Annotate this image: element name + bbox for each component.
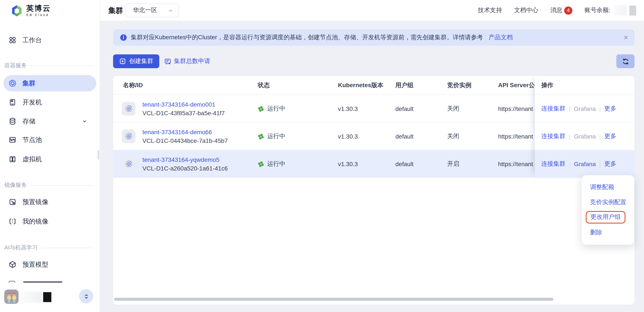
menu-item-adjust-quota[interactable]: 调整配额 bbox=[582, 180, 634, 194]
sidebar-group-container: AI与机器学习 bbox=[4, 244, 96, 252]
cluster-quota-request-link[interactable]: 集群总数申请 bbox=[164, 54, 210, 68]
region-select[interactable]: 华北一区 bbox=[126, 4, 179, 17]
sidebar-group-label: AI与机器学习 bbox=[4, 244, 38, 252]
col-header-group: 用户组 bbox=[396, 76, 414, 95]
action-separator: | bbox=[599, 105, 600, 112]
sidebar-item-cluster[interactable]: 集群 bbox=[4, 75, 96, 92]
app-window: 英博云 EB Cloud 工作台 容器服务 bbox=[0, 0, 644, 312]
fixed-action-column: 操作 连接集群 | Grafana | 更多 连接集群 | Grafana | … bbox=[535, 76, 634, 178]
menu-item-spot-config[interactable]: 竞价实例配置 bbox=[582, 194, 634, 210]
sidebar-item-label: 虚拟机 bbox=[22, 155, 42, 163]
api-server-cell: https://tenant bbox=[498, 95, 533, 122]
connect-cluster-link[interactable]: 连接集群 bbox=[541, 132, 566, 140]
sidebar-item-label: 我的镜像 bbox=[22, 217, 48, 226]
action-separator: | bbox=[569, 160, 570, 168]
sidebar-item-storage[interactable]: 存储 bbox=[4, 113, 96, 130]
cluster-hexagon-icon bbox=[122, 130, 136, 143]
balance-redacted bbox=[613, 5, 627, 16]
sidebar-item-workbench[interactable]: 工作台 bbox=[4, 32, 96, 48]
sidebar-scrollbar-thumb[interactable] bbox=[98, 150, 99, 160]
close-icon[interactable]: ✕ bbox=[624, 34, 628, 41]
more-link[interactable]: 更多 bbox=[604, 132, 616, 140]
balance-label: 账号余额: bbox=[584, 6, 610, 14]
database-icon bbox=[9, 118, 16, 125]
sidebar-item-vm[interactable]: 虚拟机 bbox=[4, 151, 96, 168]
more-link[interactable]: 更多 bbox=[604, 105, 616, 112]
cluster-id: VCL-D1C-43f85a37-ba5e-41f7 bbox=[142, 110, 225, 116]
sidebar-item-label: 预置镜像 bbox=[22, 198, 48, 206]
sidebar-item-label: 集群 bbox=[22, 79, 36, 88]
menu-item-label: 更改用户组 bbox=[590, 213, 621, 220]
chevron-down-icon[interactable] bbox=[82, 118, 88, 124]
menu-item-delete[interactable]: 删除 bbox=[582, 225, 634, 240]
banner-doc-link[interactable]: 产品文档 bbox=[488, 34, 513, 42]
cube-icon bbox=[9, 261, 16, 268]
col-header-name: 名称/ID bbox=[123, 76, 143, 95]
version-cell: v1.30.3 bbox=[338, 95, 358, 122]
main-content: 集群对应Kubernetes中的Cluster，是容器运行与资源调度的基础，创建… bbox=[100, 21, 644, 312]
topbar-right-nav: 技术支持 文档中心 消息 4 账号余额: bbox=[478, 0, 636, 21]
row-actions: 连接集群 | Grafana | 更多 bbox=[535, 95, 634, 122]
cluster-table: 名称/ID 状态 Kubernetes版本 用户组 竞价实例 API Serve… bbox=[113, 76, 634, 305]
row-actions: 连接集群 | Grafana | 更多 bbox=[535, 150, 634, 178]
row-actions: 连接集群 | Grafana | 更多 bbox=[535, 122, 634, 150]
sidebar-item-label: 节点池 bbox=[22, 136, 42, 144]
messages-label: 消息 bbox=[550, 6, 562, 14]
action-separator: | bbox=[599, 160, 600, 168]
sidebar-item-label: 工作台 bbox=[22, 36, 42, 44]
menu-item-change-user-group[interactable]: 更改用户组 bbox=[582, 210, 634, 225]
group-cell: default bbox=[396, 150, 414, 178]
spot-cell: 关闭 bbox=[447, 122, 459, 150]
balance-redaction-box bbox=[629, 6, 636, 15]
connect-cluster-link[interactable]: 连接集群 bbox=[541, 160, 566, 168]
nav-support-link[interactable]: 技术支持 bbox=[478, 6, 502, 14]
sidebar-item-preset-models[interactable]: 预置模型 bbox=[4, 256, 96, 273]
cluster-name-link[interactable]: tenant-37343164-yqwdemo5 bbox=[142, 156, 228, 163]
nav-messages-link[interactable]: 消息 4 bbox=[550, 6, 572, 14]
sidebar-item-label: 存储 bbox=[22, 117, 36, 125]
info-banner: 集群对应Kubernetes中的Cluster，是容器运行与资源调度的基础，创建… bbox=[113, 29, 634, 46]
more-link[interactable]: 更多 bbox=[604, 160, 616, 168]
running-pinwheel-icon bbox=[258, 106, 264, 112]
cluster-name-link[interactable]: tenant-37343164-demo66 bbox=[142, 128, 228, 136]
page-title: 集群 bbox=[108, 6, 123, 16]
nav-docs-link[interactable]: 文档中心 bbox=[514, 6, 538, 14]
sidebar-item-my-images[interactable]: 我的镜像 bbox=[4, 213, 96, 230]
sidebar-group-container: 镜像服务 bbox=[4, 181, 96, 189]
grafana-link[interactable]: Grafana bbox=[574, 133, 596, 140]
cluster-name-link[interactable]: tenant-37343164-demo001 bbox=[142, 101, 225, 108]
sidebar-item-preset-images[interactable]: 预置镜像 bbox=[4, 194, 96, 210]
spot-cell: 关闭 bbox=[447, 95, 459, 122]
group-divider bbox=[30, 66, 94, 66]
sidebar-item-nodepool[interactable]: 节点池 bbox=[4, 132, 96, 148]
kubernetes-wheel-icon bbox=[9, 80, 16, 87]
col-header-version: Kubernetes版本 bbox=[338, 76, 383, 95]
create-cluster-button[interactable]: 创建集群 bbox=[113, 54, 159, 68]
refresh-button[interactable] bbox=[616, 54, 634, 68]
more-actions-dropdown: 调整配额 竞价实例配置 更改用户组 删除 bbox=[582, 175, 634, 245]
grafana-link[interactable]: Grafana bbox=[574, 105, 596, 112]
region-select-value: 华北一区 bbox=[133, 6, 157, 14]
plus-square-icon bbox=[119, 58, 126, 65]
running-pinwheel-icon bbox=[258, 161, 264, 167]
dev-machine-icon bbox=[9, 98, 16, 106]
avatar[interactable] bbox=[4, 290, 18, 304]
group-divider bbox=[30, 185, 94, 185]
message-count-badge: 4 bbox=[564, 6, 572, 14]
version-cell: v1.30.3 bbox=[338, 122, 358, 150]
menu-item-label: 删除 bbox=[590, 228, 602, 236]
user-bar bbox=[0, 286, 100, 312]
sidebar-item-devmachine[interactable]: 开发机 bbox=[4, 94, 96, 110]
action-separator: | bbox=[569, 105, 570, 112]
account-switcher-button[interactable] bbox=[79, 289, 93, 303]
grafana-link[interactable]: Grafana bbox=[574, 160, 596, 168]
spot-cell: 开启 bbox=[447, 150, 459, 178]
connect-cluster-link[interactable]: 连接集群 bbox=[541, 105, 566, 112]
sidebar-item-label: 预置模型 bbox=[22, 260, 48, 269]
image-node-icon bbox=[9, 198, 16, 206]
username-redacted bbox=[21, 292, 42, 302]
quota-request-label: 集群总数申请 bbox=[174, 58, 210, 65]
horizontal-scrollbar-thumb[interactable] bbox=[114, 298, 553, 301]
sidebar-group-label: 容器服务 bbox=[4, 62, 27, 70]
account-balance: 账号余额: bbox=[584, 5, 636, 16]
